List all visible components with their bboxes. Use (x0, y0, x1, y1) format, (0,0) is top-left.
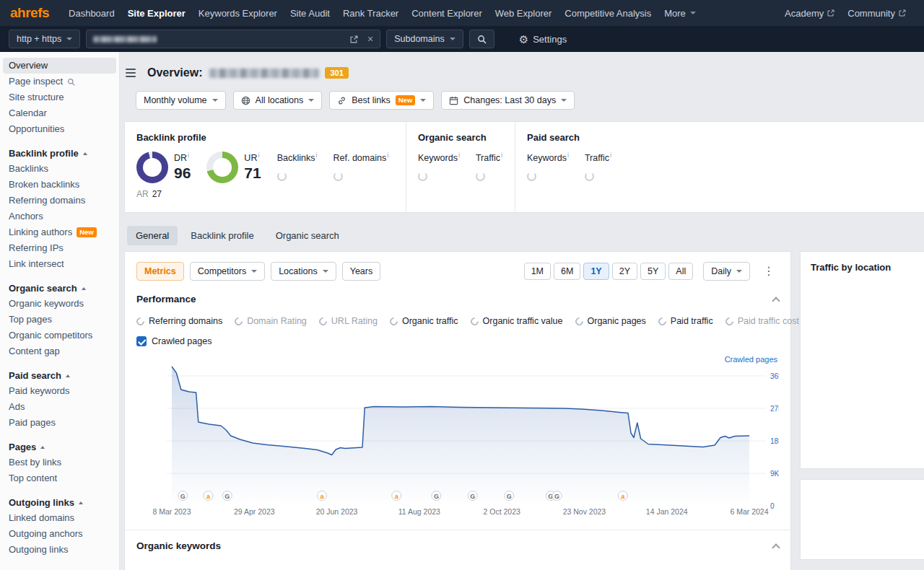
topnav-item-rank-tracker[interactable]: Rank Tracker (336, 0, 405, 26)
metric-toggle-paid-traffic-cost[interactable]: Paid traffic cost (725, 316, 799, 326)
sidebar-item-overview[interactable]: Overview (3, 58, 116, 74)
sidebar-item-top-content[interactable]: Top content (0, 470, 119, 486)
sidebar-item-label: Page inspect (9, 76, 63, 87)
sidebar-item-paid-pages[interactable]: Paid pages (0, 415, 119, 431)
topnav-item-academy[interactable]: Academy (778, 8, 841, 19)
sidebar-item-organic-keywords[interactable]: Organic keywords (0, 296, 119, 312)
tab-backlink-profile[interactable]: Backlink profile (182, 226, 262, 245)
chart-x-label: 6 Mar 2024 (730, 507, 768, 516)
filter-best-links[interactable]: Best linksNew (329, 91, 434, 110)
sidebar-item-ads[interactable]: Ads (0, 399, 119, 415)
collapse-section-icon[interactable] (772, 543, 780, 551)
ahrefs-logo[interactable]: ahrefs (0, 5, 62, 21)
topnav-item-community[interactable]: Community (841, 8, 912, 19)
clear-input-icon[interactable]: × (367, 34, 373, 44)
metric-toggle-domain-rating[interactable]: Domain Rating (235, 316, 307, 326)
collapse-section-icon[interactable] (772, 297, 780, 304)
settings-button[interactable]: ⚙ Settings (519, 34, 567, 45)
sidebar-item-label: Outgoing links (9, 544, 68, 556)
scope-dropdown[interactable]: Subdomains (386, 30, 463, 48)
sidebar-item-referring-domains[interactable]: Referring domains (0, 193, 119, 209)
sidebar-item-top-pages[interactable]: Top pages (0, 312, 119, 328)
topnav-item-site-audit[interactable]: Site Audit (284, 0, 336, 26)
metrics-button[interactable]: Metrics (136, 262, 184, 281)
sidebar-section-organic-search[interactable]: Organic search (0, 281, 119, 296)
topnav-item-dashboard[interactable]: Dashboard (62, 0, 121, 26)
crawled-pages-checkbox[interactable] (136, 336, 147, 346)
sidebar-item-linking-authors[interactable]: Linking authorsNew (0, 224, 119, 240)
competitors-button[interactable]: Competitors (190, 262, 265, 281)
protocol-dropdown[interactable]: http + https (9, 30, 80, 48)
target-url-input[interactable]: × (86, 30, 380, 48)
sidebar-item-outgoing-links[interactable]: Outgoing links (0, 542, 119, 558)
topnav-item-web-explorer[interactable]: Web Explorer (489, 0, 559, 26)
more-options-icon[interactable]: ⋮ (759, 264, 779, 279)
tab-organic-search[interactable]: Organic search (267, 226, 348, 245)
redirect-301-badge[interactable]: 301 (325, 67, 348, 79)
filter-changes-last-30-days[interactable]: Changes: Last 30 days (441, 91, 575, 110)
sidebar-item-calendar[interactable]: Calendar (0, 105, 119, 121)
ar-label: AR (136, 189, 149, 199)
sidebar-item-label: Top pages (9, 314, 52, 325)
sidebar-item-opportunities[interactable]: Opportunities (0, 121, 119, 137)
range-2y[interactable]: 2Y (612, 263, 637, 280)
locations-button[interactable]: Locations (271, 262, 336, 281)
filter-label: Monthly volume (144, 95, 207, 105)
sidebar-item-broken-backlinks[interactable]: Broken backlinks (0, 177, 119, 193)
organic-keywords-header: Organic keywords (125, 530, 790, 561)
sidebar-item-outgoing-anchors[interactable]: Outgoing anchors (0, 526, 119, 542)
topnav-item-keywords-explorer[interactable]: Keywords Explorer (192, 0, 284, 26)
external-link-icon (899, 9, 906, 17)
sidebar-item-label: Linking authors (9, 227, 72, 238)
sidebar-item-label: Calendar (9, 108, 47, 119)
filter-monthly-volume[interactable]: Monthly volume (136, 91, 226, 110)
open-url-external-icon[interactable] (350, 35, 358, 43)
chart-legend[interactable]: Crawled pages (125, 355, 790, 364)
metric-toggle-organic-traffic[interactable]: Organic traffic (390, 316, 458, 326)
metric-toggle-url-rating[interactable]: URL Rating (319, 316, 378, 326)
metric-toggle-referring-domains[interactable]: Referring domains (136, 316, 222, 326)
granularity-dropdown[interactable]: Daily (703, 262, 750, 281)
topnav-item-competitive-analysis[interactable]: Competitive Analysis (558, 0, 658, 26)
filter-all-locations[interactable]: All locations (233, 91, 323, 110)
sidebar-item-linked-domains[interactable]: Linked domains (0, 510, 119, 526)
sidebar-section-outgoing-links[interactable]: Outgoing links (0, 495, 119, 510)
tab-general[interactable]: General (127, 226, 178, 245)
sidebar-item-content-gap[interactable]: Content gap (0, 343, 119, 359)
sidebar-item-page-inspect[interactable]: Page inspect (0, 74, 119, 89)
range-5y[interactable]: 5Y (640, 263, 666, 280)
sidebar-section-label: Organic search (9, 283, 77, 294)
sidebar-item-label: Site structure (9, 92, 64, 103)
years-button[interactable]: Years (342, 262, 381, 281)
sidebar-item-site-structure[interactable]: Site structure (0, 89, 119, 105)
sidebar-item-referring-ips[interactable]: Referring IPs (0, 240, 119, 256)
sidebar-item-organic-competitors[interactable]: Organic competitors (0, 328, 119, 343)
sidebar-toggle-icon[interactable] (124, 67, 137, 79)
sidebar-item-best-by-links[interactable]: Best by links (0, 455, 119, 470)
sidebar-item-link-intersect[interactable]: Link intersect (0, 256, 119, 272)
general-panel: MetricsCompetitorsLocationsYears 1M6M1Y2… (124, 251, 791, 570)
sidebar-item-anchors[interactable]: Anchors (0, 209, 119, 224)
topnav-item-label: Rank Tracker (343, 8, 398, 19)
metric-toggle-paid-traffic[interactable]: Paid traffic (658, 316, 713, 326)
topnav-item-label: Site Audit (290, 8, 330, 19)
sidebar-section-backlink-profile[interactable]: Backlink profile (0, 146, 119, 161)
range-all[interactable]: All (668, 263, 693, 280)
right-column: Traffic by location (800, 251, 924, 560)
sidebar-item-backlinks[interactable]: Backlinks (0, 161, 119, 177)
sidebar-section-pages[interactable]: Pages (0, 439, 119, 455)
metric-toggle-organic-traffic-value[interactable]: Organic traffic value (471, 316, 563, 326)
collapse-arrow-icon (66, 374, 70, 377)
metric-toggle-organic-pages[interactable]: Organic pages (575, 316, 646, 326)
topnav-item-content-explorer[interactable]: Content Explorer (405, 0, 489, 26)
button-label: Metrics (144, 266, 176, 276)
sidebar-section-paid-search[interactable]: Paid search (0, 368, 119, 383)
chart-marker-letter: G (554, 493, 559, 500)
search-submit-button[interactable] (469, 30, 494, 48)
sidebar-item-paid-keywords[interactable]: Paid keywords (0, 383, 119, 399)
topnav-item-more[interactable]: More (658, 0, 702, 26)
range-6m[interactable]: 6M (554, 263, 580, 280)
topnav-item-site-explorer[interactable]: Site Explorer (121, 0, 192, 26)
range-1y[interactable]: 1Y (583, 263, 609, 280)
range-1m[interactable]: 1M (524, 263, 551, 280)
